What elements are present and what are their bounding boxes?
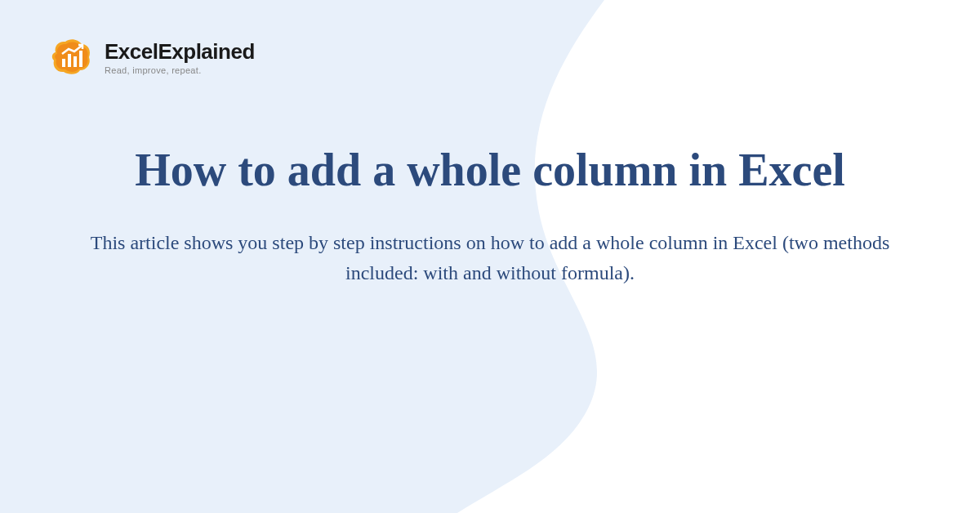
svg-rect-1 (68, 54, 71, 67)
logo-icon (49, 34, 95, 80)
logo-title: ExcelExplained (105, 39, 255, 65)
svg-rect-3 (79, 51, 82, 67)
svg-rect-0 (62, 59, 65, 67)
svg-rect-2 (74, 56, 77, 67)
article-headline: How to add a whole column in Excel (82, 143, 898, 197)
article-description: This article shows you step by step inst… (82, 228, 898, 288)
logo: ExcelExplained Read, improve, repeat. (49, 34, 255, 80)
main-content: How to add a whole column in Excel This … (0, 143, 980, 288)
logo-text: ExcelExplained Read, improve, repeat. (105, 39, 255, 75)
logo-tagline: Read, improve, repeat. (105, 65, 255, 75)
